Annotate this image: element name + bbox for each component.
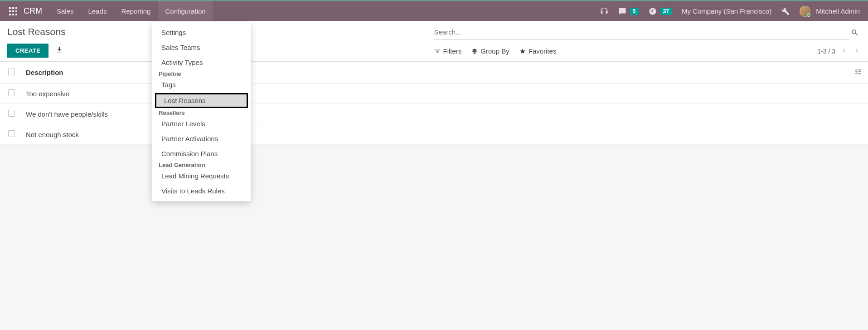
pager-range: 1-3 / 3: [817, 48, 835, 55]
table-row[interactable]: We don't have people/skills: [0, 104, 868, 124]
svg-rect-0: [9, 7, 11, 9]
favorites-button[interactable]: Favorites: [519, 47, 557, 55]
apps-grid-icon: [9, 7, 17, 15]
search-input[interactable]: [434, 26, 849, 38]
headset-icon: [600, 7, 608, 15]
svg-rect-4: [12, 10, 14, 12]
svg-rect-3: [9, 10, 11, 12]
select-all-checkbox[interactable]: [8, 69, 15, 75]
groupby-label: Group By: [480, 47, 509, 55]
table-row[interactable]: Not enough stock: [0, 124, 868, 145]
row-description: Not enough stock: [20, 124, 849, 145]
apps-launcher[interactable]: [5, 7, 22, 15]
user-menu[interactable]: Mitchell Admin: [796, 1, 863, 21]
create-button[interactable]: CREATE: [7, 44, 48, 58]
svg-rect-1: [12, 7, 14, 9]
activities-badge: 37: [660, 8, 672, 15]
messages-badge: 5: [630, 8, 639, 15]
row-description: We don't have people/skills: [20, 104, 849, 124]
pager-next[interactable]: [853, 46, 861, 56]
pager-prev[interactable]: [840, 46, 848, 56]
svg-rect-2: [15, 7, 17, 9]
column-header-description[interactable]: Description: [20, 62, 849, 84]
layers-icon: [471, 48, 478, 54]
dropdown-partner-levels[interactable]: Partner Levels: [152, 116, 251, 131]
search-button[interactable]: [849, 27, 861, 40]
table-row[interactable]: Too expensive: [0, 84, 868, 104]
control-panel: Lost Reasons CREATE Filters Group By: [0, 21, 868, 62]
app-brand[interactable]: CRM: [22, 6, 49, 16]
row-checkbox[interactable]: [8, 130, 15, 137]
row-checkbox[interactable]: [8, 89, 15, 96]
user-name: Mitchell Admin: [816, 7, 860, 15]
avatar: [800, 6, 810, 17]
svg-rect-8: [15, 14, 17, 15]
activities-button[interactable]: 37: [645, 1, 675, 21]
export-button[interactable]: [53, 44, 66, 58]
voip-button[interactable]: [596, 1, 612, 21]
configuration-dropdown: Settings Sales Teams Activity Types Pipe…: [152, 22, 251, 145]
row-checkbox[interactable]: [8, 110, 15, 117]
svg-rect-6: [9, 14, 11, 15]
chevron-right-icon: [853, 47, 860, 54]
nav-leads[interactable]: Leads: [81, 1, 114, 22]
groupby-button[interactable]: Group By: [471, 47, 509, 55]
favorites-label: Favorites: [529, 47, 557, 55]
pager: 1-3 / 3: [817, 46, 861, 56]
messages-button[interactable]: 5: [615, 1, 642, 21]
nav-configuration[interactable]: Configuration: [158, 1, 213, 22]
debug-button[interactable]: [778, 1, 793, 21]
dropdown-sales-teams[interactable]: Sales Teams: [152, 40, 251, 55]
nav-reporting[interactable]: Reporting: [114, 1, 158, 22]
svg-rect-5: [15, 10, 17, 12]
dropdown-header-pipeline: Pipeline: [152, 66, 188, 79]
download-icon: [56, 46, 63, 54]
svg-rect-7: [12, 14, 14, 15]
comments-icon: [618, 7, 626, 15]
company-selector[interactable]: My Company (San Francisco): [678, 1, 775, 21]
star-icon: [519, 48, 526, 54]
filters-button[interactable]: Filters: [434, 47, 462, 55]
list-view: Description Too expensive We don't have …: [0, 62, 868, 145]
clock-icon: [649, 7, 657, 15]
row-description: Too expensive: [20, 84, 849, 104]
dropdown-header-resellers: Resellers: [152, 105, 191, 118]
filters-label: Filters: [443, 47, 462, 55]
chevron-left-icon: [841, 47, 847, 54]
sliders-icon: [854, 68, 862, 75]
main-navbar: CRM Sales Leads Reporting Configuration …: [0, 0, 868, 21]
nav-sales[interactable]: Sales: [49, 1, 81, 22]
dropdown-tags[interactable]: Tags: [152, 77, 251, 92]
wrench-icon: [781, 7, 790, 15]
dropdown-partner-activations[interactable]: Partner Activations: [152, 131, 251, 145]
funnel-icon: [434, 48, 441, 54]
search-icon: [851, 29, 859, 37]
dropdown-settings[interactable]: Settings: [152, 25, 251, 40]
columns-config-button[interactable]: [854, 69, 862, 77]
status-dot: [807, 13, 810, 17]
